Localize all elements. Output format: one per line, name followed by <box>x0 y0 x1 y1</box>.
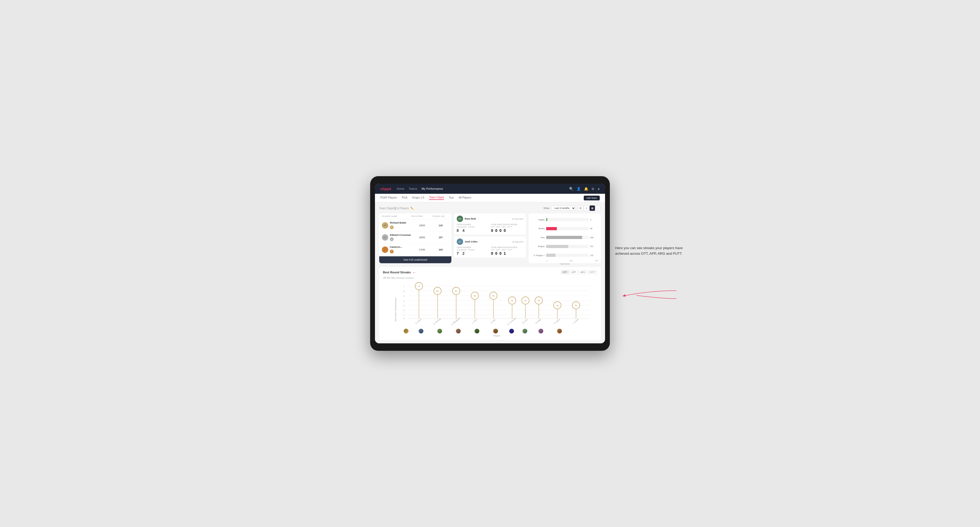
player-col <box>550 329 569 333</box>
bar-fill <box>546 236 582 239</box>
streaks-header: Best Round Streaks ← OTT APP ARG PUTT <box>383 270 597 275</box>
grid-view-btn[interactable]: ⊞ <box>578 205 583 211</box>
sub-nav-pga[interactable]: PGA <box>402 196 407 200</box>
sub-nav-tour[interactable]: Tour <box>449 196 454 200</box>
svg-text:D. Billingham: D. Billingham <box>451 317 461 326</box>
player-avatar <box>404 329 409 333</box>
tournament-rounds: 8 <box>457 229 459 233</box>
team-header: Team Clippd | 14 Players ✏️ Show Last 3 … <box>379 205 601 211</box>
player-col <box>468 329 486 333</box>
svg-text:5x: 5x <box>492 295 495 297</box>
players-avatar-row <box>396 329 597 333</box>
putt-button[interactable]: PUTT <box>588 270 597 274</box>
bell-icon[interactable]: 🔔 <box>584 187 588 191</box>
streaks-title: Best Round Streaks <box>383 271 411 274</box>
player-col <box>518 329 531 333</box>
avatar: RB <box>457 216 463 222</box>
annotation-text: Here you can see streaks your players ha… <box>615 245 684 257</box>
player-col <box>412 329 430 333</box>
sub-nav-all-players[interactable]: All Players <box>458 196 471 200</box>
nav-bar: clippd Home Teams My Performance 🔍 👤 🔔 ⊕… <box>375 184 605 194</box>
col-pb-avg: PB AVG SQ <box>433 215 449 217</box>
player-avatar <box>509 329 514 333</box>
ott-button[interactable]: OTT <box>561 270 569 274</box>
bar-label: Pars <box>531 237 545 239</box>
practice-rounds: 4 <box>462 229 465 233</box>
card-player-name: Josh Coles <box>465 240 477 243</box>
svg-text:3x: 3x <box>556 304 559 306</box>
player-avatar <box>474 329 479 333</box>
rounds-group: Total Rounds Tournament Practice 8 4 <box>457 224 489 233</box>
bar-value: 311 <box>590 245 598 248</box>
svg-text:6x: 6x <box>436 290 439 292</box>
bar-value: 131 <box>590 254 598 257</box>
bar-label: Eagles <box>531 219 545 221</box>
add-team-button[interactable]: Add Team <box>584 195 600 200</box>
card-header: RB Rees Britt 02 Sep 2023 <box>457 216 523 222</box>
card-view-btn[interactable]: ▦ <box>590 205 595 211</box>
bar-chart-inner: Eagles 3 Birdies <box>531 216 598 259</box>
table-row: RB Richard Butler 1 19/20 110 <box>379 219 451 232</box>
team-controls: Show Last 3 months ⊞ ≡ ▦ ↕ <box>543 205 601 211</box>
sub-nav-pgat[interactable]: PGAT Players <box>380 196 397 200</box>
tournament-rounds: 7 <box>457 251 459 256</box>
sub-nav-hcaps[interactable]: Hcaps 1-5 <box>412 196 425 200</box>
bar-row-pars: Pars 499 <box>531 236 598 239</box>
player-col <box>430 329 449 333</box>
app-button[interactable]: APP <box>570 270 578 274</box>
arg-button[interactable]: ARG <box>579 270 587 274</box>
player-avatar <box>418 329 423 333</box>
bar-label: Birdies <box>531 227 545 230</box>
avatar: JC <box>457 238 463 245</box>
streak-chart-container: Best Streak, Fairway Accuracy 7 6 5 4 3 … <box>383 283 597 337</box>
tablet-frame: clippd Home Teams My Performance 🔍 👤 🔔 ⊕… <box>370 176 610 351</box>
bar-track <box>546 254 589 257</box>
leaderboard-header: PLAYER NAME PB SCORE PB AVG SQ <box>379 213 451 219</box>
table-view-btn[interactable]: ↕ <box>595 205 601 211</box>
bar-fill <box>546 227 557 230</box>
arg-val: 0 <box>500 251 502 256</box>
bar-label: Bogeys <box>531 245 545 248</box>
table-row: EC Edward Crossman 2 18/20 107 <box>379 232 451 244</box>
settings-icon[interactable]: ⊕ <box>592 187 594 191</box>
rounds-label: Total Rounds <box>457 224 489 225</box>
col-pb-score: PB SCORE <box>412 215 433 217</box>
svg-text:E. Ewert: E. Ewert <box>415 318 422 324</box>
players-x-label: Players <box>396 335 597 337</box>
card-header: JC Josh Coles 26 Aug 2023 <box>457 238 523 245</box>
bar-row-birdies: Birdies 96 <box>531 227 598 230</box>
app-logo: clippd <box>380 187 391 191</box>
x-label-400: 400 <box>595 260 598 262</box>
period-select[interactable]: Last 3 months <box>552 206 576 211</box>
bar-track <box>546 245 589 248</box>
rounds-group: Total Rounds Tournament Practice 7 2 <box>457 246 489 256</box>
view-full-leaderboard-button[interactable]: View Full Leaderboard <box>379 256 451 263</box>
svg-text:6: 6 <box>403 290 405 292</box>
list-view-btn[interactable]: ≡ <box>584 205 589 211</box>
user-icon[interactable]: 👤 <box>577 187 581 191</box>
streaks-subtitle: Off The Tee, Fairway Accuracy <box>383 276 597 279</box>
app-val: 0 <box>495 229 498 233</box>
nav-my-performance[interactable]: My Performance <box>422 187 443 191</box>
svg-text:B. Ford: B. Ford <box>522 319 528 324</box>
edit-icon[interactable]: ✏️ <box>410 207 414 210</box>
player-col <box>486 329 505 333</box>
svg-text:5: 5 <box>403 295 405 297</box>
svg-text:R. Britt: R. Britt <box>490 319 496 324</box>
sub-nav-team-clippd[interactable]: Team Clippd <box>429 196 444 200</box>
nav-home[interactable]: Home <box>396 187 404 191</box>
search-icon[interactable]: 🔍 <box>569 187 573 191</box>
team-title: Team Clippd | 14 Players <box>379 207 409 210</box>
nav-teams[interactable]: Teams <box>409 187 417 191</box>
bar-row-dbogeys: D. Bogeys + 131 <box>531 254 598 257</box>
svg-text:6x: 6x <box>455 290 458 292</box>
avatar-icon[interactable]: ● <box>598 187 600 191</box>
streaks-controls: OTT APP ARG PUTT <box>561 270 597 274</box>
player-cell: EC Edward Crossman 2 <box>382 234 412 241</box>
nav-actions: 🔍 👤 🔔 ⊕ ● <box>569 187 600 191</box>
player-col <box>505 329 518 333</box>
bar-fill <box>546 245 568 248</box>
player-avatar <box>493 329 498 333</box>
player-avatar <box>557 329 562 333</box>
activities-group: Total Practice Activities OTT APP ARG PU… <box>491 224 523 233</box>
